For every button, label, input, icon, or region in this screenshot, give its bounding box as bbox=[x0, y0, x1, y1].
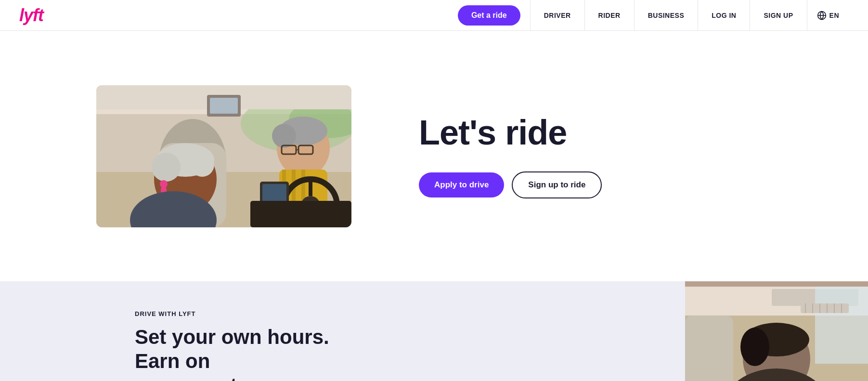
drive-with-lyft-label: DRIVE WITH LYFT bbox=[135, 310, 647, 317]
hero-title: Let's ride bbox=[419, 114, 820, 152]
nav-signup[interactable]: SIGN UP bbox=[750, 0, 807, 31]
drive-image bbox=[685, 281, 868, 381]
header-right: EN bbox=[807, 11, 849, 20]
main-nav: DRIVER RIDER BUSINESS LOG IN SIGN UP bbox=[530, 0, 807, 31]
hero-image bbox=[96, 85, 351, 227]
drive-title: Set your own hours. Earn on your own ter… bbox=[135, 325, 337, 381]
svg-rect-8 bbox=[210, 98, 238, 114]
svg-point-24 bbox=[190, 153, 214, 177]
hero-section: Let's ride Apply to drive Sign up to rid… bbox=[0, 31, 868, 281]
apply-to-drive-button[interactable]: Apply to drive bbox=[419, 172, 504, 197]
car-interior-illustration bbox=[96, 85, 351, 227]
globe-icon bbox=[817, 11, 827, 20]
nav-driver[interactable]: DRIVER bbox=[530, 0, 584, 31]
lyft-logo: lyft bbox=[19, 5, 43, 26]
sign-up-to-ride-button[interactable]: Sign up to ride bbox=[512, 171, 602, 198]
logo-container: lyft bbox=[19, 5, 43, 26]
nav-login[interactable]: LOG IN bbox=[698, 0, 750, 31]
hero-content: Let's ride Apply to drive Sign up to rid… bbox=[351, 114, 868, 198]
header-center: Get a ride DRIVER RIDER BUSINESS LOG IN … bbox=[458, 0, 807, 31]
svg-rect-47 bbox=[815, 287, 868, 364]
driver-car-illustration bbox=[685, 281, 868, 381]
lang-code-label: EN bbox=[829, 12, 839, 19]
drive-section: DRIVE WITH LYFT Set your own hours. Earn… bbox=[0, 281, 868, 381]
hero-buttons: Apply to drive Sign up to ride bbox=[419, 171, 820, 198]
header: lyft Get a ride DRIVER RIDER BUSINESS LO… bbox=[0, 0, 868, 31]
svg-rect-46 bbox=[685, 315, 733, 381]
svg-point-43 bbox=[740, 328, 769, 366]
get-a-ride-button[interactable]: Get a ride bbox=[458, 5, 520, 26]
drive-content: DRIVE WITH LYFT Set your own hours. Earn… bbox=[0, 281, 685, 381]
svg-point-23 bbox=[152, 153, 181, 182]
svg-point-13 bbox=[272, 124, 296, 148]
nav-rider[interactable]: RIDER bbox=[584, 0, 634, 31]
svg-rect-37 bbox=[250, 201, 351, 227]
nav-business[interactable]: BUSINESS bbox=[634, 0, 698, 31]
language-button[interactable]: EN bbox=[807, 11, 849, 20]
